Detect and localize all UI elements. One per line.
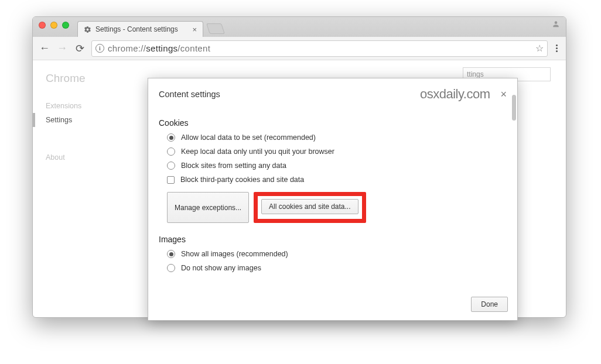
overflow-menu-button[interactable]	[554, 44, 560, 52]
url-host: settings	[146, 43, 177, 53]
radio-icon	[167, 133, 175, 142]
reload-button[interactable]: ⟳	[74, 42, 86, 55]
radio-label: Allow local data to be set (recommended)	[181, 133, 316, 142]
cookies-heading: Cookies	[159, 118, 507, 128]
tab-close-icon[interactable]: ×	[192, 25, 197, 34]
cookies-option-block[interactable]: Block sites from setting any data	[167, 162, 507, 170]
all-cookies-button[interactable]: All cookies and site data...	[261, 199, 358, 214]
brand-title: Chrome	[46, 72, 119, 85]
radio-label: Block sites from setting any data	[181, 162, 286, 170]
gear-icon	[84, 26, 91, 33]
bookmark-star-icon[interactable]: ☆	[535, 43, 544, 54]
tab-settings[interactable]: Settings - Content settings ×	[77, 21, 203, 37]
annotation-highlight: All cookies and site data...	[254, 192, 366, 223]
site-info-icon[interactable]: i	[95, 44, 104, 53]
search-placeholder-fragment: ttings	[467, 70, 484, 78]
newtab-button[interactable]	[206, 23, 225, 34]
profile-button[interactable]	[552, 20, 560, 30]
sidebar-item-extensions[interactable]: Extensions	[46, 99, 119, 113]
fullscreen-window-button[interactable]	[62, 22, 69, 29]
url-text: chrome://settings/content	[108, 43, 210, 53]
cookies-button-row: Manage exceptions... All cookies and sit…	[167, 192, 507, 223]
tabstrip: Settings - Content settings ×	[33, 17, 566, 37]
forward-button[interactable]: →	[56, 42, 68, 54]
cookies-option-keep-until-quit[interactable]: Keep local data only until you quit your…	[167, 147, 507, 156]
close-window-button[interactable]	[39, 22, 46, 29]
radio-label: Do not show any images	[181, 264, 261, 272]
images-option-show[interactable]: Show all images (recommended)	[167, 250, 507, 258]
omnibox[interactable]: i chrome://settings/content ☆	[91, 40, 548, 57]
dialog-title: Content settings	[159, 90, 220, 99]
dialog-close-button[interactable]: ×	[500, 88, 507, 101]
radio-label: Show all images (recommended)	[181, 250, 288, 258]
checkbox-icon	[167, 176, 175, 184]
dialog-header: Content settings osxdaily.com ×	[148, 78, 517, 108]
back-button[interactable]: ←	[39, 42, 50, 54]
window-controls	[39, 22, 69, 29]
radio-icon	[167, 264, 175, 272]
content-settings-dialog: Content settings osxdaily.com × Cookies …	[148, 78, 518, 321]
toolbar: ← → ⟳ i chrome://settings/content ☆	[33, 37, 566, 60]
dialog-body: Cookies Allow local data to be set (reco…	[148, 108, 517, 291]
radio-icon	[167, 162, 175, 170]
url-scheme: chrome://	[108, 43, 146, 53]
radio-label: Keep local data only until you quit your…	[181, 147, 334, 156]
manage-exceptions-button[interactable]: Manage exceptions...	[167, 192, 249, 223]
done-button[interactable]: Done	[471, 297, 508, 312]
sidebar-item-about[interactable]: About	[46, 150, 119, 164]
images-option-hide[interactable]: Do not show any images	[167, 264, 507, 272]
radio-icon	[167, 250, 175, 258]
tab-title: Settings - Content settings	[95, 25, 178, 33]
watermark-text: osxdaily.com	[420, 87, 490, 102]
url-path: /content	[177, 43, 210, 53]
radio-icon	[167, 147, 175, 156]
images-heading: Images	[159, 235, 507, 244]
sidebar-item-settings[interactable]: Settings	[33, 113, 119, 127]
sidebar: Chrome Extensions Settings About	[33, 60, 119, 317]
cookies-block-thirdparty-checkbox[interactable]: Block third-party cookies and site data	[167, 176, 507, 184]
checkbox-label: Block third-party cookies and site data	[180, 176, 304, 184]
minimize-window-button[interactable]	[50, 22, 57, 29]
dialog-footer: Done	[148, 291, 517, 320]
cookies-option-allow[interactable]: Allow local data to be set (recommended)	[167, 133, 507, 142]
